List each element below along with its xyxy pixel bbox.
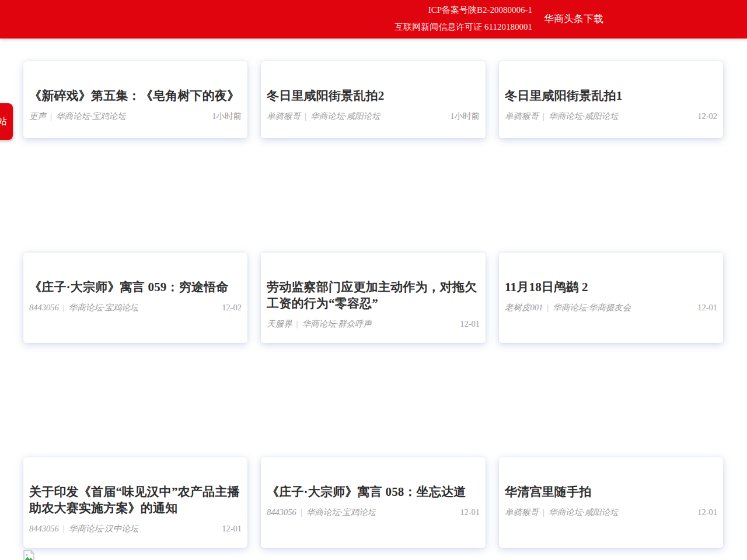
post-time: 12-02: [697, 111, 717, 121]
meta-separator: |: [63, 303, 65, 312]
post-title[interactable]: 11月18日鸬鹚 2: [505, 279, 717, 295]
post-author: 单骑猴哥: [267, 111, 301, 121]
post-meta: 8443056|华商论坛·宝鸡论坛 12-01: [267, 507, 480, 518]
post-author: 8443056: [29, 524, 59, 533]
post-title[interactable]: 冬日里咸阳街景乱拍1: [505, 88, 717, 104]
icp-info: ICP备案号陕B2-20080006-1 互联网新闻信息许可证 61120180…: [395, 2, 532, 36]
post-author-forum: 8443056|华商论坛·汉中论坛: [29, 523, 138, 534]
post-author-forum: 天服界|华商论坛·群众呼声: [267, 318, 372, 330]
post-title[interactable]: 冬日里咸阳街景乱拍2: [267, 88, 480, 104]
post-forum: 华商论坛·宝鸡论坛: [306, 508, 376, 517]
post-forum: 华商论坛·汉中论坛: [69, 524, 139, 533]
post-card[interactable]: 冬日里咸阳街景乱拍1 单骑猴哥|华商论坛·咸阳论坛 12-02: [499, 61, 723, 138]
post-author-forum: 老树皮001|华商论坛·华商摄友会: [505, 302, 631, 313]
post-forum: 华商论坛·群众呼声: [302, 319, 372, 328]
post-author-forum: 单骑猴哥|华商论坛·咸阳论坛: [267, 111, 381, 122]
top-bar: ICP备案号陕B2-20080006-1 互联网新闻信息许可证 61120180…: [0, 0, 747, 38]
post-author: 单骑猴哥: [505, 508, 539, 517]
post-forum: 华商论坛·宝鸡论坛: [56, 111, 126, 121]
post-title[interactable]: 《庄子·大宗师》寓言 059：穷途悟命: [29, 279, 242, 295]
post-author-forum: 8443056|华商论坛·宝鸡论坛: [29, 302, 138, 313]
post-author: 单骑猴哥: [505, 111, 539, 121]
meta-separator: |: [296, 319, 298, 328]
post-forum: 华商论坛·咸阳论坛: [549, 111, 619, 121]
post-author: 8443056: [267, 508, 296, 517]
post-meta: 天服界|华商论坛·群众呼声 12-01: [267, 318, 480, 330]
post-forum: 华商论坛·咸阳论坛: [549, 508, 619, 517]
post-meta: 8443056|华商论坛·宝鸡论坛 12-02: [29, 302, 242, 313]
meta-separator: |: [305, 111, 306, 121]
meta-separator: |: [50, 111, 52, 121]
post-time: 12-01: [460, 508, 480, 517]
post-time: 12-01: [460, 319, 480, 329]
post-author-forum: 更声|华商论坛·宝鸡论坛: [29, 111, 126, 122]
post-card[interactable]: 劳动监察部门应更加主动作为，对拖欠工资的行为“零容忍” 天服界|华商论坛·群众呼…: [261, 253, 486, 343]
post-forum: 华商论坛·宝鸡论坛: [69, 303, 139, 312]
post-author: 天服界: [267, 319, 292, 328]
post-time: 12-01: [222, 524, 242, 534]
icp-license-line: ICP备案号陕B2-20080006-1: [395, 2, 532, 19]
post-forum: 华商论坛·华商摄友会: [553, 303, 631, 312]
meta-separator: |: [547, 303, 549, 312]
post-author: 8443056: [29, 303, 59, 312]
post-card[interactable]: 《庄子·大宗师》寓言 059：穷途悟命 8443056|华商论坛·宝鸡论坛 12…: [23, 253, 247, 343]
post-time: 1小时前: [212, 111, 242, 122]
post-meta: 老树皮001|华商论坛·华商摄友会 12-01: [505, 302, 717, 313]
post-title[interactable]: 《新碎戏》第五集：《皂角树下的夜》: [29, 88, 242, 104]
post-author: 更声: [29, 111, 46, 121]
side-tab-button[interactable]: 站: [0, 103, 13, 140]
post-title[interactable]: 关于印发《首届“味见汉中”农产品主播助农大赛实施方案》的通知: [29, 484, 242, 516]
post-time: 12-02: [222, 303, 242, 313]
post-card[interactable]: 冬日里咸阳街景乱拍2 单骑猴哥|华商论坛·咸阳论坛 1小时前: [261, 61, 486, 138]
news-license-line: 互联网新闻信息许可证 61120180001: [395, 19, 532, 36]
post-time: 12-01: [697, 508, 717, 517]
post-author-forum: 8443056|华商论坛·宝鸡论坛: [267, 507, 376, 518]
post-title[interactable]: 华清宫里随手拍: [505, 484, 717, 500]
meta-separator: |: [301, 508, 302, 517]
post-card[interactable]: 关于印发《首届“味见汉中”农产品主播助农大赛实施方案》的通知 8443056|华…: [23, 457, 247, 548]
meta-separator: |: [543, 111, 544, 121]
post-card[interactable]: 《庄子·大宗师》寓言 058：坐忘达道 8443056|华商论坛·宝鸡论坛 12…: [261, 457, 486, 548]
post-time: 12-01: [697, 303, 717, 313]
post-meta: 单骑猴哥|华商论坛·咸阳论坛 12-02: [505, 111, 717, 122]
post-title[interactable]: 劳动监察部门应更加主动作为，对拖欠工资的行为“零容忍”: [267, 279, 480, 312]
post-forum: 华商论坛·咸阳论坛: [310, 111, 381, 121]
post-author-forum: 单骑猴哥|华商论坛·咸阳论坛: [505, 111, 619, 122]
app-download-link[interactable]: 华商头条下载: [544, 0, 603, 38]
post-title[interactable]: 《庄子·大宗师》寓言 058：坐忘达道: [267, 484, 480, 500]
post-author-forum: 单骑猴哥|华商论坛·咸阳论坛: [505, 507, 619, 518]
post-card[interactable]: 华清宫里随手拍 单骑猴哥|华商论坛·咸阳论坛 12-01: [499, 457, 723, 548]
post-meta: 单骑猴哥|华商论坛·咸阳论坛 1小时前: [267, 111, 480, 122]
post-meta: 单骑猴哥|华商论坛·咸阳论坛 12-01: [505, 507, 717, 518]
meta-separator: |: [543, 508, 544, 517]
post-author: 老树皮001: [505, 303, 543, 312]
post-card-grid: 《新碎戏》第五集：《皂角树下的夜》 更声|华商论坛·宝鸡论坛 1小时前 冬日里咸…: [23, 61, 723, 548]
post-meta: 8443056|华商论坛·汉中论坛 12-01: [29, 523, 242, 534]
meta-separator: |: [63, 524, 65, 533]
post-time: 1小时前: [450, 111, 480, 122]
post-card[interactable]: 11月18日鸬鹚 2 老树皮001|华商论坛·华商摄友会 12-01: [499, 253, 723, 343]
post-meta: 更声|华商论坛·宝鸡论坛 1小时前: [29, 111, 242, 122]
broken-image-icon: [23, 550, 34, 560]
post-card[interactable]: 《新碎戏》第五集：《皂角树下的夜》 更声|华商论坛·宝鸡论坛 1小时前: [23, 61, 247, 138]
